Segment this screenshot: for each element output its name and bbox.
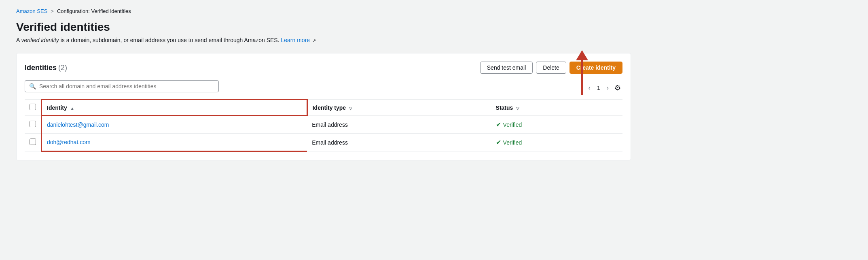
create-identity-button[interactable]: Create identity bbox=[569, 62, 622, 74]
breadcrumb-current: Configuration: Verified identities bbox=[57, 8, 131, 14]
table-row: danielohtest@gmail.com Email address ✔ V… bbox=[25, 116, 622, 134]
search-pagination-row: 🔍 ‹ 1 › ⚙ bbox=[25, 80, 622, 99]
row1-status-text: Verified bbox=[503, 121, 522, 128]
select-all-checkbox[interactable] bbox=[30, 104, 36, 110]
svg-marker-1 bbox=[576, 50, 588, 60]
row2-checkbox-cell bbox=[25, 134, 42, 151]
row2-status-badge: ✔ Verified bbox=[496, 139, 618, 146]
row1-identity-type: Email address bbox=[312, 121, 348, 128]
page-description: A verified identity is a domain, subdoma… bbox=[16, 37, 631, 43]
card-title-area: Identities (2) bbox=[25, 64, 67, 72]
table-wrapper: Identity ▲ Identity type ▽ Status ▽ bbox=[25, 99, 622, 152]
card-header: Identities (2) Send test email Delete Cr… bbox=[25, 62, 622, 74]
row2-status-text: Verified bbox=[503, 139, 522, 146]
verified-check-icon: ✔ bbox=[496, 121, 501, 128]
search-icon: 🔍 bbox=[29, 83, 36, 90]
learn-more-link[interactable]: Learn more bbox=[281, 37, 310, 43]
row1-checkbox[interactable] bbox=[30, 121, 36, 127]
row2-identity-cell: doh@redhat.com bbox=[42, 134, 307, 151]
identities-table: Identity ▲ Identity type ▽ Status ▽ bbox=[25, 99, 622, 152]
row1-identity-link[interactable]: danielohtest@gmail.com bbox=[47, 121, 109, 128]
status-sort-icon: ▽ bbox=[516, 106, 519, 111]
settings-gear-button[interactable]: ⚙ bbox=[613, 83, 622, 93]
pagination-next-button[interactable]: › bbox=[604, 83, 611, 92]
pagination-number: 1 bbox=[595, 84, 603, 92]
card-title: Identities bbox=[25, 64, 57, 72]
table-row: doh@redhat.com Email address ✔ Verified bbox=[25, 134, 622, 151]
identities-card: Identities (2) Send test email Delete Cr… bbox=[16, 53, 631, 160]
verified-check-icon-2: ✔ bbox=[496, 139, 501, 146]
row2-identity-link[interactable]: doh@redhat.com bbox=[47, 139, 91, 145]
identity-sort-icon: ▲ bbox=[70, 106, 74, 111]
row1-status-badge: ✔ Verified bbox=[496, 121, 618, 128]
breadcrumb-separator: > bbox=[51, 8, 54, 14]
table-header-identity-type[interactable]: Identity type ▽ bbox=[307, 100, 491, 116]
card-count: (2) bbox=[58, 64, 67, 72]
pagination-prev-button[interactable]: ‹ bbox=[586, 83, 593, 92]
header-actions: Send test email Delete Create identity bbox=[480, 62, 622, 74]
identity-type-sort-icon: ▽ bbox=[349, 106, 352, 111]
search-bar[interactable]: 🔍 bbox=[25, 80, 219, 92]
send-test-email-button[interactable]: Send test email bbox=[480, 62, 533, 74]
row2-checkbox[interactable] bbox=[30, 139, 36, 145]
page-title: Verified identities bbox=[16, 21, 631, 34]
delete-button[interactable]: Delete bbox=[536, 62, 566, 74]
table-header-checkbox bbox=[25, 100, 42, 116]
breadcrumb: Amazon SES > Configuration: Verified ide… bbox=[16, 8, 631, 14]
row2-identity-type-cell: Email address bbox=[307, 134, 491, 151]
row1-identity-type-cell: Email address bbox=[307, 116, 491, 134]
external-link-icon: ↗ bbox=[312, 38, 316, 43]
row1-checkbox-cell bbox=[25, 116, 42, 134]
row1-status-cell: ✔ Verified bbox=[491, 116, 622, 134]
search-input[interactable] bbox=[39, 83, 214, 90]
pagination-row: ‹ 1 › ⚙ bbox=[586, 83, 622, 93]
row2-identity-type: Email address bbox=[312, 139, 348, 146]
breadcrumb-link-ses[interactable]: Amazon SES bbox=[16, 8, 47, 14]
row1-identity-cell: danielohtest@gmail.com bbox=[42, 116, 307, 134]
table-header-identity[interactable]: Identity ▲ bbox=[42, 100, 307, 116]
table-header-status[interactable]: Status ▽ bbox=[491, 100, 622, 116]
row2-status-cell: ✔ Verified bbox=[491, 134, 622, 151]
